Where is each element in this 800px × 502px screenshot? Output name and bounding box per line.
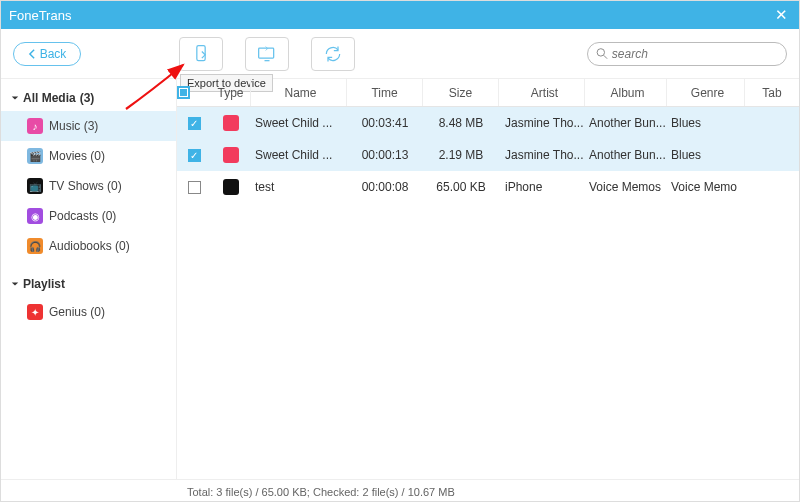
search-input[interactable] [612,47,778,61]
all-media-count: (3) [80,91,95,105]
export-to-pc-button[interactable] [245,37,289,71]
col-genre-header[interactable]: Genre [667,79,745,106]
cell-size: 65.00 KB [423,180,499,194]
sidebar-item[interactable]: ◉Podcasts (0) [1,201,176,231]
playlist-label: Playlist [23,277,65,291]
cell-name: test [251,180,347,194]
toolbar: Back Export to device [1,29,799,79]
cell-time: 00:03:41 [347,116,423,130]
back-label: Back [40,47,67,61]
cell-name: Sweet Child ... [251,116,347,130]
sidebar-item-label: Music (3) [49,119,98,133]
cell-time: 00:00:13 [347,148,423,162]
caret-down-icon [11,94,19,102]
export-to-device-button[interactable]: Export to device [179,37,223,71]
col-name-header[interactable]: Name [251,79,347,106]
back-button[interactable]: Back [13,42,81,66]
cell-genre: Blues [667,148,745,162]
search-box[interactable] [587,42,787,66]
table-area: Type Name Time Size Artist Album Genre T… [177,79,799,479]
table-header: Type Name Time Size Artist Album Genre T… [177,79,799,107]
cell-name: Sweet Child ... [251,148,347,162]
export-pc-icon [257,44,277,64]
cell-genre: Blues [667,116,745,130]
row-checkbox[interactable]: ✓ [188,149,201,162]
sidebar-item-label: Movies (0) [49,149,105,163]
sidebar-item-label: TV Shows (0) [49,179,122,193]
sidebar-item[interactable]: ♪Music (3) [1,111,176,141]
col-time-header[interactable]: Time [347,79,423,106]
table-row[interactable]: ✓Sweet Child ...00:00:132.19 MBJasmine T… [177,139,799,171]
export-device-icon [191,44,211,64]
sidebar-item[interactable]: ✦Genius (0) [1,297,176,327]
select-all-checkbox[interactable] [177,86,190,99]
col-artist-header[interactable]: Artist [499,79,585,106]
sidebar-item-label: Genius (0) [49,305,105,319]
sidebar: All Media (3) ♪Music (3)🎬Movies (0)📺TV S… [1,79,177,479]
status-text: Total: 3 file(s) / 65.00 KB; Checked: 2 … [187,486,455,498]
col-size-header[interactable]: Size [423,79,499,106]
category-icon: 📺 [27,178,43,194]
table-row[interactable]: test00:00:0865.00 KBiPhoneVoice MemosVoi… [177,171,799,203]
category-icon: ♪ [27,118,43,134]
sidebar-item-label: Podcasts (0) [49,209,116,223]
chevron-left-icon [28,49,36,59]
sidebar-item[interactable]: 🎬Movies (0) [1,141,176,171]
status-bar: Total: 3 file(s) / 65.00 KB; Checked: 2 … [1,479,799,502]
table-row[interactable]: ✓Sweet Child ...00:03:418.48 MBJasmine T… [177,107,799,139]
cell-size: 2.19 MB [423,148,499,162]
col-type-header[interactable]: Type [211,79,251,106]
app-title: FoneTrans [9,8,71,23]
row-checkbox[interactable] [188,181,201,194]
sidebar-item[interactable]: 🎧Audiobooks (0) [1,231,176,261]
sidebar-header-playlist[interactable]: Playlist [1,271,176,297]
cell-time: 00:00:08 [347,180,423,194]
row-checkbox[interactable]: ✓ [188,117,201,130]
svg-point-2 [597,49,604,56]
search-icon [596,47,608,60]
cell-genre: Voice Memo [667,180,745,194]
cell-artist: Jasmine Tho... [499,116,585,130]
refresh-button[interactable] [311,37,355,71]
sidebar-item[interactable]: 📺TV Shows (0) [1,171,176,201]
cell-album: Voice Memos [585,180,667,194]
close-icon[interactable]: ✕ [771,6,791,24]
cell-artist: iPhone [499,180,585,194]
titlebar: FoneTrans ✕ [1,1,799,29]
col-tab-header[interactable]: Tab [745,79,799,106]
cell-album: Another Bun... [585,148,667,162]
file-type-icon [223,147,239,163]
sidebar-header-all-media[interactable]: All Media (3) [1,85,176,111]
all-media-label: All Media [23,91,76,105]
cell-album: Another Bun... [585,116,667,130]
refresh-icon [323,44,343,64]
caret-down-icon [11,280,19,288]
col-album-header[interactable]: Album [585,79,667,106]
file-type-icon [223,179,239,195]
category-icon: 🎬 [27,148,43,164]
category-icon: 🎧 [27,238,43,254]
category-icon: ✦ [27,304,43,320]
cell-artist: Jasmine Tho... [499,148,585,162]
sidebar-item-label: Audiobooks (0) [49,239,130,253]
file-type-icon [223,115,239,131]
category-icon: ◉ [27,208,43,224]
svg-line-3 [604,55,607,58]
cell-size: 8.48 MB [423,116,499,130]
